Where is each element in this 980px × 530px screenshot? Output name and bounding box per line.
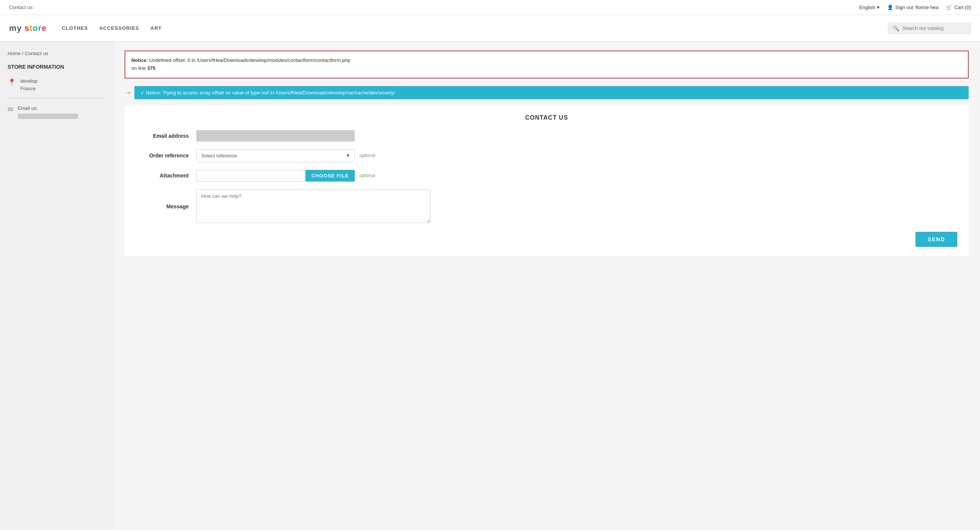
- language-label: English: [859, 5, 875, 10]
- top-bar-right: English ▾ 👤 Sign out florine hea 🛒 Cart …: [859, 5, 971, 10]
- message-control: [196, 189, 430, 224]
- store-email-text: Email us:: [18, 105, 78, 119]
- nav-item-art[interactable]: ART: [151, 25, 162, 31]
- tooltip-container: → ✓ Notice: Trying to access array offse…: [124, 86, 969, 99]
- language-selector[interactable]: English ▾: [859, 5, 880, 10]
- contact-form-section: CONTACT US Email address Order reference…: [124, 105, 969, 256]
- form-actions: SEND: [136, 232, 957, 247]
- main-nav: CLOTHES ACCESSORIES ART: [62, 25, 873, 31]
- email-control: [196, 130, 355, 142]
- contact-us-link[interactable]: Contact us: [9, 5, 32, 10]
- send-button[interactable]: SEND: [915, 232, 957, 247]
- email-label: Email address: [136, 133, 196, 139]
- search-icon: 🔍: [893, 25, 899, 31]
- message-label: Message: [136, 204, 196, 210]
- store-info-title: STORE INFORMATION: [8, 64, 106, 70]
- email-value-placeholder: [18, 114, 78, 119]
- logo-my: my: [9, 24, 24, 33]
- username-label: florine hea: [915, 5, 939, 10]
- tooltip-notice: ✓ Notice: Trying to access array offset …: [134, 86, 969, 99]
- order-ref-select[interactable]: Select reference: [196, 149, 355, 162]
- store-address-text: develop France: [21, 77, 38, 92]
- file-input-text: [196, 170, 305, 181]
- message-row: Message: [136, 189, 957, 224]
- choose-file-button[interactable]: CHOOSE FILE: [305, 170, 355, 181]
- cart-icon: 🛒: [946, 5, 952, 10]
- order-ref-control: Select reference ▼: [196, 149, 355, 162]
- store-address: 📍 develop France: [8, 77, 106, 99]
- file-input-wrapper: CHOOSE FILE: [196, 170, 355, 181]
- order-ref-label: Order reference: [136, 153, 196, 159]
- attachment-label: Attachment: [136, 172, 196, 178]
- nav-item-clothes[interactable]: CLOTHES: [62, 25, 88, 31]
- tooltip-message: Notice: Trying to access array offset on…: [145, 90, 395, 95]
- email-label: Email us:: [18, 105, 78, 112]
- attachment-control: CHOOSE FILE: [196, 170, 355, 181]
- logo[interactable]: my store: [9, 24, 47, 33]
- attachment-row: Attachment CHOOSE FILE optional: [136, 170, 957, 181]
- email-row: Email address: [136, 130, 957, 142]
- attachment-optional: optional: [360, 173, 375, 178]
- language-arrow-icon: ▾: [877, 5, 880, 10]
- logo-store: store: [24, 24, 47, 33]
- store-email: ✉ Email us:: [8, 105, 106, 125]
- location-icon: 📍: [8, 78, 16, 86]
- order-ref-optional: optional: [360, 153, 375, 158]
- arrow-indicator: →: [124, 89, 131, 97]
- contact-us-title: CONTACT US: [136, 115, 957, 121]
- notice-on-line: on line: [131, 65, 147, 71]
- top-bar: Contact us English ▾ 👤 Sign out florine …: [0, 0, 980, 15]
- message-textarea[interactable]: [196, 189, 430, 223]
- sidebar: Home / Contact us STORE INFORMATION 📍 de…: [0, 41, 113, 530]
- breadcrumb-separator: /: [22, 51, 24, 56]
- header: my store CLOTHES ACCESSORIES ART 🔍: [0, 15, 980, 41]
- search-bar[interactable]: 🔍: [888, 23, 971, 34]
- notice-line-number: 375: [147, 65, 156, 71]
- signout-button[interactable]: Sign out: [896, 5, 913, 10]
- search-input[interactable]: [902, 25, 966, 31]
- nav-item-accessories[interactable]: ACCESSORIES: [99, 25, 139, 31]
- tooltip-check-icon: ✓: [140, 90, 145, 95]
- main-content: Notice: Undefined offset: 0 in /Users/fH…: [113, 41, 980, 530]
- notice-message: Undefined offset: 0 in /Users/fHea/Downl…: [148, 57, 350, 63]
- email-input-placeholder: [196, 130, 355, 142]
- main-layout: Home / Contact us STORE INFORMATION 📍 de…: [0, 41, 980, 530]
- address-line2: France: [21, 85, 38, 92]
- notice-box: Notice: Undefined offset: 0 in /Users/fH…: [124, 51, 969, 78]
- person-icon: 👤: [887, 5, 893, 10]
- order-ref-select-wrapper: Select reference ▼: [196, 149, 355, 162]
- email-icon: ✉: [8, 105, 13, 114]
- breadcrumb-home[interactable]: Home: [8, 51, 21, 56]
- breadcrumb-current: Contact us: [25, 51, 48, 56]
- breadcrumb: Home / Contact us: [8, 51, 106, 56]
- notice-label: Notice: [131, 57, 146, 63]
- address-line1: develop: [21, 77, 38, 85]
- user-info: 👤 Sign out florine hea: [887, 5, 939, 10]
- cart-label: Cart (0): [955, 5, 971, 10]
- cart-button[interactable]: 🛒 Cart (0): [946, 5, 971, 10]
- order-ref-row: Order reference Select reference ▼ optio…: [136, 149, 957, 162]
